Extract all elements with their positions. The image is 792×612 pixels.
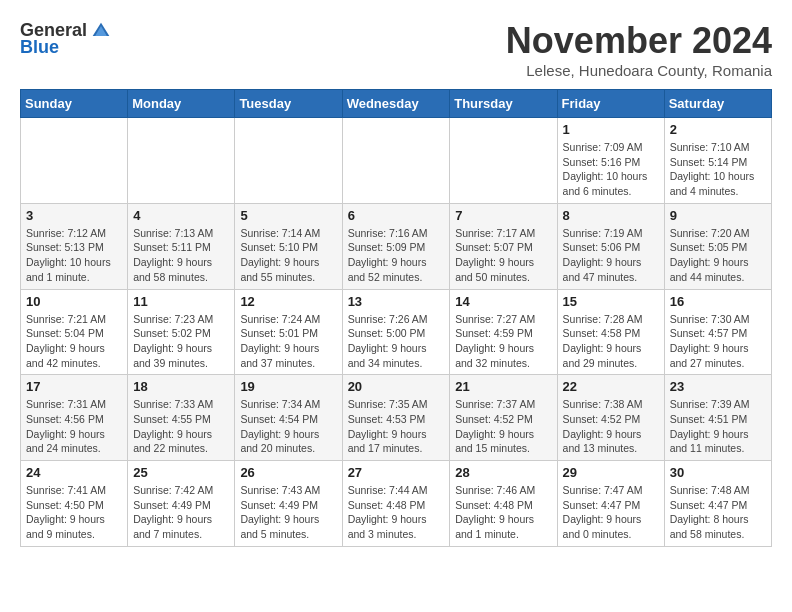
day-info: Sunrise: 7:20 AM Sunset: 5:05 PM Dayligh… [670,226,766,285]
day-info: Sunrise: 7:23 AM Sunset: 5:02 PM Dayligh… [133,312,229,371]
day-info: Sunrise: 7:37 AM Sunset: 4:52 PM Dayligh… [455,397,551,456]
day-number: 20 [348,379,445,394]
day-number: 1 [563,122,659,137]
calendar-cell: 24Sunrise: 7:41 AM Sunset: 4:50 PM Dayli… [21,461,128,547]
day-number: 3 [26,208,122,223]
calendar-cell: 30Sunrise: 7:48 AM Sunset: 4:47 PM Dayli… [664,461,771,547]
calendar-cell: 29Sunrise: 7:47 AM Sunset: 4:47 PM Dayli… [557,461,664,547]
day-info: Sunrise: 7:48 AM Sunset: 4:47 PM Dayligh… [670,483,766,542]
day-number: 7 [455,208,551,223]
calendar-cell: 14Sunrise: 7:27 AM Sunset: 4:59 PM Dayli… [450,289,557,375]
calendar-cell: 9Sunrise: 7:20 AM Sunset: 5:05 PM Daylig… [664,203,771,289]
day-number: 28 [455,465,551,480]
day-number: 19 [240,379,336,394]
calendar-cell: 13Sunrise: 7:26 AM Sunset: 5:00 PM Dayli… [342,289,450,375]
day-info: Sunrise: 7:10 AM Sunset: 5:14 PM Dayligh… [670,140,766,199]
day-number: 30 [670,465,766,480]
day-number: 27 [348,465,445,480]
day-info: Sunrise: 7:38 AM Sunset: 4:52 PM Dayligh… [563,397,659,456]
day-info: Sunrise: 7:14 AM Sunset: 5:10 PM Dayligh… [240,226,336,285]
calendar-week-0: 1Sunrise: 7:09 AM Sunset: 5:16 PM Daylig… [21,118,772,204]
calendar-week-2: 10Sunrise: 7:21 AM Sunset: 5:04 PM Dayli… [21,289,772,375]
day-info: Sunrise: 7:31 AM Sunset: 4:56 PM Dayligh… [26,397,122,456]
month-title: November 2024 [506,20,772,62]
calendar-cell [342,118,450,204]
day-number: 24 [26,465,122,480]
calendar-cell [21,118,128,204]
calendar-body: 1Sunrise: 7:09 AM Sunset: 5:16 PM Daylig… [21,118,772,547]
day-info: Sunrise: 7:12 AM Sunset: 5:13 PM Dayligh… [26,226,122,285]
col-friday: Friday [557,90,664,118]
day-info: Sunrise: 7:42 AM Sunset: 4:49 PM Dayligh… [133,483,229,542]
day-info: Sunrise: 7:28 AM Sunset: 4:58 PM Dayligh… [563,312,659,371]
calendar-header: Sunday Monday Tuesday Wednesday Thursday… [21,90,772,118]
calendar-cell: 4Sunrise: 7:13 AM Sunset: 5:11 PM Daylig… [128,203,235,289]
day-info: Sunrise: 7:47 AM Sunset: 4:47 PM Dayligh… [563,483,659,542]
calendar-cell [128,118,235,204]
day-info: Sunrise: 7:16 AM Sunset: 5:09 PM Dayligh… [348,226,445,285]
calendar-table: Sunday Monday Tuesday Wednesday Thursday… [20,89,772,547]
calendar-cell: 3Sunrise: 7:12 AM Sunset: 5:13 PM Daylig… [21,203,128,289]
calendar-cell: 19Sunrise: 7:34 AM Sunset: 4:54 PM Dayli… [235,375,342,461]
calendar-cell: 15Sunrise: 7:28 AM Sunset: 4:58 PM Dayli… [557,289,664,375]
page-header: General Blue November 2024 Lelese, Huned… [20,20,772,79]
calendar-cell: 23Sunrise: 7:39 AM Sunset: 4:51 PM Dayli… [664,375,771,461]
day-number: 8 [563,208,659,223]
calendar-cell: 6Sunrise: 7:16 AM Sunset: 5:09 PM Daylig… [342,203,450,289]
day-number: 11 [133,294,229,309]
col-saturday: Saturday [664,90,771,118]
day-info: Sunrise: 7:43 AM Sunset: 4:49 PM Dayligh… [240,483,336,542]
calendar-cell: 7Sunrise: 7:17 AM Sunset: 5:07 PM Daylig… [450,203,557,289]
calendar-cell: 11Sunrise: 7:23 AM Sunset: 5:02 PM Dayli… [128,289,235,375]
day-number: 21 [455,379,551,394]
logo-icon [91,21,111,41]
calendar-cell: 10Sunrise: 7:21 AM Sunset: 5:04 PM Dayli… [21,289,128,375]
day-info: Sunrise: 7:09 AM Sunset: 5:16 PM Dayligh… [563,140,659,199]
calendar-cell: 18Sunrise: 7:33 AM Sunset: 4:55 PM Dayli… [128,375,235,461]
day-info: Sunrise: 7:13 AM Sunset: 5:11 PM Dayligh… [133,226,229,285]
day-number: 10 [26,294,122,309]
day-info: Sunrise: 7:27 AM Sunset: 4:59 PM Dayligh… [455,312,551,371]
day-number: 18 [133,379,229,394]
calendar-cell: 2Sunrise: 7:10 AM Sunset: 5:14 PM Daylig… [664,118,771,204]
day-info: Sunrise: 7:35 AM Sunset: 4:53 PM Dayligh… [348,397,445,456]
day-number: 29 [563,465,659,480]
title-block: November 2024 Lelese, Hunedoara County, … [506,20,772,79]
logo: General Blue [20,20,111,58]
day-number: 25 [133,465,229,480]
day-number: 23 [670,379,766,394]
day-number: 5 [240,208,336,223]
calendar-week-3: 17Sunrise: 7:31 AM Sunset: 4:56 PM Dayli… [21,375,772,461]
day-info: Sunrise: 7:46 AM Sunset: 4:48 PM Dayligh… [455,483,551,542]
calendar-cell: 20Sunrise: 7:35 AM Sunset: 4:53 PM Dayli… [342,375,450,461]
calendar-cell: 5Sunrise: 7:14 AM Sunset: 5:10 PM Daylig… [235,203,342,289]
calendar-cell: 25Sunrise: 7:42 AM Sunset: 4:49 PM Dayli… [128,461,235,547]
calendar-cell: 17Sunrise: 7:31 AM Sunset: 4:56 PM Dayli… [21,375,128,461]
day-number: 14 [455,294,551,309]
calendar-week-1: 3Sunrise: 7:12 AM Sunset: 5:13 PM Daylig… [21,203,772,289]
day-info: Sunrise: 7:21 AM Sunset: 5:04 PM Dayligh… [26,312,122,371]
day-info: Sunrise: 7:44 AM Sunset: 4:48 PM Dayligh… [348,483,445,542]
day-number: 9 [670,208,766,223]
calendar-cell: 1Sunrise: 7:09 AM Sunset: 5:16 PM Daylig… [557,118,664,204]
col-tuesday: Tuesday [235,90,342,118]
col-thursday: Thursday [450,90,557,118]
col-monday: Monday [128,90,235,118]
location-subtitle: Lelese, Hunedoara County, Romania [506,62,772,79]
day-info: Sunrise: 7:24 AM Sunset: 5:01 PM Dayligh… [240,312,336,371]
col-sunday: Sunday [21,90,128,118]
logo-blue-text: Blue [20,37,59,58]
day-number: 12 [240,294,336,309]
day-number: 16 [670,294,766,309]
calendar-cell: 22Sunrise: 7:38 AM Sunset: 4:52 PM Dayli… [557,375,664,461]
calendar-cell [235,118,342,204]
day-info: Sunrise: 7:39 AM Sunset: 4:51 PM Dayligh… [670,397,766,456]
day-info: Sunrise: 7:19 AM Sunset: 5:06 PM Dayligh… [563,226,659,285]
day-number: 26 [240,465,336,480]
day-info: Sunrise: 7:34 AM Sunset: 4:54 PM Dayligh… [240,397,336,456]
day-number: 17 [26,379,122,394]
calendar-cell [450,118,557,204]
calendar-cell: 21Sunrise: 7:37 AM Sunset: 4:52 PM Dayli… [450,375,557,461]
day-info: Sunrise: 7:26 AM Sunset: 5:00 PM Dayligh… [348,312,445,371]
day-number: 4 [133,208,229,223]
